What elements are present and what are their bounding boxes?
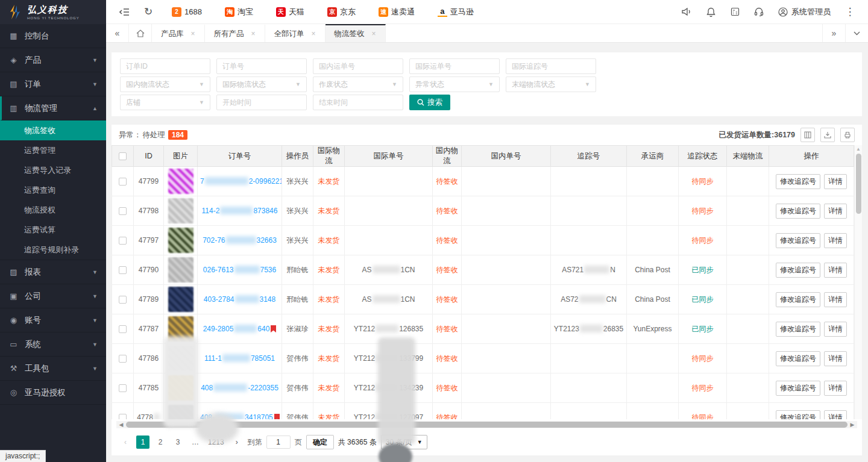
row-checkbox[interactable]	[119, 325, 127, 333]
submenu-item[interactable]: 物流授权	[0, 200, 106, 220]
filter-select[interactable]: 作废状态▼	[313, 76, 403, 92]
edit-tracking-button[interactable]: 修改追踪号	[776, 292, 820, 307]
sidebar-item-company[interactable]: ▣公司▼	[0, 284, 106, 308]
filter-select[interactable]: 店铺▼	[120, 95, 210, 110]
order-link[interactable]: 72-0996221	[200, 177, 282, 186]
marketplace-link[interactable]: 天天猫	[276, 7, 304, 17]
edit-tracking-button[interactable]: 修改追踪号	[776, 174, 820, 189]
close-icon[interactable]: ×	[312, 30, 316, 38]
prev-page-icon[interactable]: ‹	[119, 435, 132, 449]
tab-产品库[interactable]: 产品库×	[152, 24, 205, 42]
home-tab[interactable]	[129, 24, 152, 42]
horizontal-scrollbar[interactable]: ◀ ▶	[116, 421, 857, 428]
details-button[interactable]: 详情	[824, 263, 847, 278]
details-button[interactable]: 详情	[824, 174, 847, 189]
product-thumbnail[interactable]	[168, 375, 193, 401]
row-checkbox[interactable]	[119, 296, 127, 304]
marketplace-link[interactable]: 京京东	[327, 7, 356, 17]
filter-input[interactable]	[409, 58, 500, 74]
row-checkbox[interactable]	[119, 414, 127, 419]
product-thumbnail[interactable]	[168, 257, 193, 283]
tabs-scroll-left-icon[interactable]: «	[106, 24, 129, 42]
details-button[interactable]: 详情	[824, 204, 847, 219]
per-page-select[interactable]: 30 条/页 ▼	[381, 435, 427, 449]
close-icon[interactable]: ×	[251, 30, 256, 38]
product-thumbnail[interactable]	[168, 405, 193, 419]
details-button[interactable]: 详情	[824, 322, 847, 337]
sidebar-item-account[interactable]: ◉账号▼	[0, 308, 106, 332]
tabs-menu-icon[interactable]	[845, 24, 868, 42]
goto-page-input[interactable]	[266, 435, 291, 449]
scroll-up-icon[interactable]: ▲	[855, 146, 862, 152]
filter-input[interactable]	[216, 58, 307, 74]
edit-tracking-button[interactable]: 修改追踪号	[776, 233, 820, 248]
filter-input[interactable]	[313, 58, 403, 74]
row-checkbox[interactable]	[119, 266, 127, 274]
submenu-item[interactable]: 追踪号规则补录	[0, 240, 106, 260]
horizontal-scrollbar-thumb[interactable]	[126, 422, 848, 428]
submenu-item[interactable]: 物流签收	[0, 120, 106, 140]
submenu-item[interactable]: 运费导入记录	[0, 160, 106, 180]
scroll-right-icon[interactable]: ▶	[849, 422, 856, 428]
filter-select[interactable]: 国际物流状态▼	[216, 76, 307, 92]
pending-count-badge[interactable]: 184	[168, 130, 187, 140]
next-page-icon[interactable]: ›	[230, 435, 244, 449]
edit-tracking-button[interactable]: 修改追踪号	[776, 322, 820, 337]
marketplace-link[interactable]: 速速卖通	[379, 7, 415, 17]
collapse-menu-icon[interactable]	[112, 0, 136, 24]
sidebar-item-logistics[interactable]: ▥物流管理▲	[0, 96, 106, 120]
details-button[interactable]: 详情	[824, 233, 847, 248]
export-icon[interactable]	[820, 128, 835, 142]
order-link[interactable]: 026-76137536	[203, 266, 276, 274]
confirm-page-button[interactable]: 确定	[306, 435, 334, 449]
order-link[interactable]: 114-2873846	[202, 207, 278, 215]
brand-logo[interactable]: 弘义科技 HONG YI TECHNOLOGY	[0, 0, 106, 24]
marketplace-link[interactable]: a亚马逊	[438, 7, 474, 17]
edit-tracking-button[interactable]: 修改追踪号	[776, 263, 820, 278]
row-checkbox[interactable]	[119, 355, 127, 363]
refresh-icon[interactable]: ↻	[136, 0, 160, 24]
announcement-icon[interactable]	[675, 0, 699, 24]
headset-support-icon[interactable]	[747, 0, 771, 24]
print-icon[interactable]	[840, 128, 855, 142]
order-link[interactable]: 408-3418705	[200, 413, 273, 419]
notifications-bell-icon[interactable]	[699, 0, 723, 24]
edit-tracking-button[interactable]: 修改追踪号	[776, 410, 820, 420]
submenu-item[interactable]: 运费试算	[0, 220, 106, 240]
kebab-menu-icon[interactable]: ⋮	[838, 0, 862, 24]
sidebar-item-order[interactable]: ▤订单▼	[0, 72, 106, 96]
vertical-scrollbar-thumb[interactable]	[856, 154, 861, 214]
tab-物流签收[interactable]: 物流签收×	[326, 24, 386, 42]
page-number[interactable]: 3	[171, 435, 184, 449]
edit-tracking-button[interactable]: 修改追踪号	[776, 351, 820, 366]
details-button[interactable]: 详情	[824, 381, 847, 396]
submenu-item[interactable]: 运费查询	[0, 180, 106, 200]
sidebar-item-console[interactable]: ▦控制台	[0, 24, 106, 48]
product-thumbnail[interactable]	[168, 316, 193, 342]
filter-select[interactable]: 异常状态▼	[409, 76, 500, 92]
order-link[interactable]: 249-2805640	[203, 325, 270, 333]
page-number[interactable]: 1213	[206, 435, 226, 449]
edit-tracking-button[interactable]: 修改追踪号	[776, 204, 820, 219]
row-checkbox[interactable]	[119, 178, 127, 186]
filter-input[interactable]	[313, 95, 403, 110]
marketplace-link[interactable]: 淘淘宝	[225, 7, 253, 17]
tab-所有产品[interactable]: 所有产品×	[205, 24, 265, 42]
row-checkbox[interactable]	[119, 237, 127, 245]
sidebar-item-report[interactable]: ▨报表▼	[0, 260, 106, 284]
product-thumbnail[interactable]	[168, 287, 193, 312]
submenu-item[interactable]: 运费管理	[0, 140, 106, 160]
filter-input[interactable]	[506, 58, 596, 74]
filter-input[interactable]	[216, 95, 307, 110]
page-number[interactable]: 1	[136, 435, 149, 449]
product-thumbnail[interactable]	[168, 169, 193, 194]
tab-全部订单[interactable]: 全部订单×	[265, 24, 326, 42]
pending-link[interactable]: 待处理	[143, 130, 166, 140]
filter-input[interactable]	[120, 58, 210, 74]
columns-setting-icon[interactable]	[800, 128, 815, 142]
row-checkbox[interactable]	[119, 207, 127, 215]
details-button[interactable]: 详情	[824, 410, 847, 420]
close-icon[interactable]: ×	[191, 30, 195, 38]
sidebar-item-system[interactable]: ▭系统▼	[0, 332, 106, 357]
product-thumbnail[interactable]	[168, 228, 193, 253]
